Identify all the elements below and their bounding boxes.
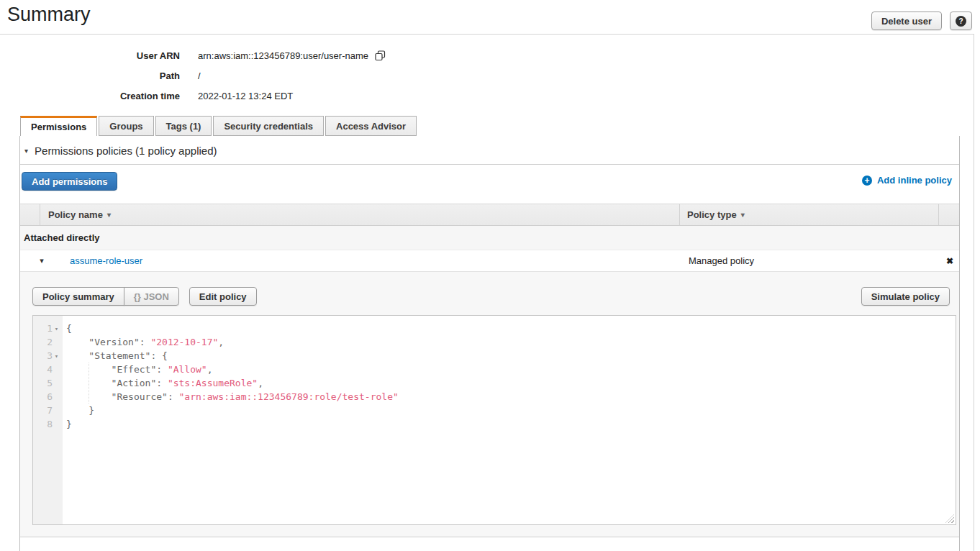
help-icon: ? [956,16,966,27]
editor-gutter: 1▾23▾45678 [33,316,63,524]
info-label: User ARN [0,50,180,61]
policy-view-buttons: Policy summary {} JSON Edit policy [32,287,257,306]
code-line: "Resource": "arn:aws:iam::123456789:role… [66,390,956,404]
line-number: 8 [33,417,63,431]
line-number: 2 [33,335,63,349]
remove-policy-button[interactable]: ✖ [946,256,953,266]
edit-policy-button[interactable]: Edit policy [189,287,257,306]
add-permissions-button[interactable]: Add permissions [22,172,117,191]
tab-security-credentials[interactable]: Security credentials [213,116,324,136]
tab-permissions[interactable]: Permissions [20,116,97,136]
code-line: "Action": "sts:AssumeRole", [66,376,956,390]
content-right-border [974,34,974,551]
simulate-policy-button[interactable]: Simulate policy [861,287,950,306]
sort-caret-icon: ▾ [741,211,745,219]
delete-user-button[interactable]: Delete user [871,12,942,30]
indent-guide [89,363,89,404]
tab-tags-1[interactable]: Tags (1) [155,116,212,136]
line-number: 1▾ [33,322,63,335]
json-policy-editor[interactable]: 1▾23▾45678 { "Version": "2012-10-17", "S… [32,315,956,525]
info-row: User ARNarn:aws:iam::123456789:user/user… [0,45,386,65]
help-button[interactable]: ? [950,12,972,30]
code-line: "Version": "2012-10-17", [66,335,956,349]
policy-summary-button[interactable]: Policy summary [32,287,124,306]
policy-type-cell: Managed policy [681,255,940,266]
header-actions: Delete user ? [871,12,972,30]
line-number: 7 [33,404,63,417]
sort-caret-icon: ▾ [107,211,111,219]
add-inline-policy-label: Add inline policy [877,175,952,186]
policy-name-link[interactable]: assume-role-user [70,255,142,266]
policy-type-column-header[interactable]: Policy type ▾ [680,204,939,225]
tab-access-advisor[interactable]: Access Advisor [325,116,417,136]
add-inline-policy-link[interactable]: + Add inline policy [862,175,952,186]
policy-type-column-label: Policy type [687,209,737,220]
line-number: 4 [33,363,63,376]
header-divider [0,34,974,35]
code-line: { [66,322,956,335]
remove-column-header [939,204,959,225]
section-divider [20,164,959,165]
info-label: Path [0,70,180,81]
page-title: Summary [7,4,91,26]
plus-circle-icon: + [862,176,872,186]
json-view-button[interactable]: {} JSON [124,287,179,306]
tab-groups[interactable]: Groups [99,116,153,136]
expand-column-header [20,204,40,225]
line-number: 6 [33,390,63,404]
info-value: 2022-01-12 13:24 EDT [198,91,293,101]
policies-table-header: Policy name ▾ Policy type ▾ [20,204,959,226]
section-title: Permissions policies (1 policy applied) [35,145,217,157]
line-number: 5 [33,376,63,390]
info-label: Creation time [0,91,180,101]
policy-name-column-label: Policy name [48,209,103,220]
code-line: "Statement": { [66,349,956,363]
info-row: Creation time2022-01-12 13:24 EDT [0,86,386,106]
editor-code: { "Version": "2012-10-17", "Statement": … [63,316,956,524]
tab-bar: PermissionsGroupsTags (1)Security creden… [20,116,417,136]
section-collapse-caret-icon: ▾ [24,147,28,155]
line-number: 3▾ [33,349,63,363]
info-value: / [198,70,201,81]
info-value: arn:aws:iam::123456789:user/user-name [198,50,386,61]
copy-icon[interactable] [375,50,386,61]
fold-caret-icon[interactable]: ▾ [53,352,60,360]
policy-table-row: ▾ assume-role-user Managed policy ✖ [20,250,959,272]
permissions-tab-panel: ▾ Permissions policies (1 policy applied… [19,136,960,551]
fold-caret-icon[interactable]: ▾ [53,325,60,332]
permissions-policies-toggle[interactable]: ▾ Permissions policies (1 policy applied… [24,145,217,157]
attached-directly-label: Attached directly [24,232,99,243]
info-row: Path/ [0,65,386,86]
code-line: "Effect": "Allow", [66,363,956,376]
code-line: } [66,417,956,431]
user-info: User ARNarn:aws:iam::123456789:user/user… [0,45,386,106]
code-line: } [66,404,956,417]
policy-detail-section: Policy summary {} JSON Edit policy Simul… [20,272,959,537]
attached-directly-group-row: Attached directly [20,226,959,250]
policy-name-column-header[interactable]: Policy name ▾ [40,204,680,225]
